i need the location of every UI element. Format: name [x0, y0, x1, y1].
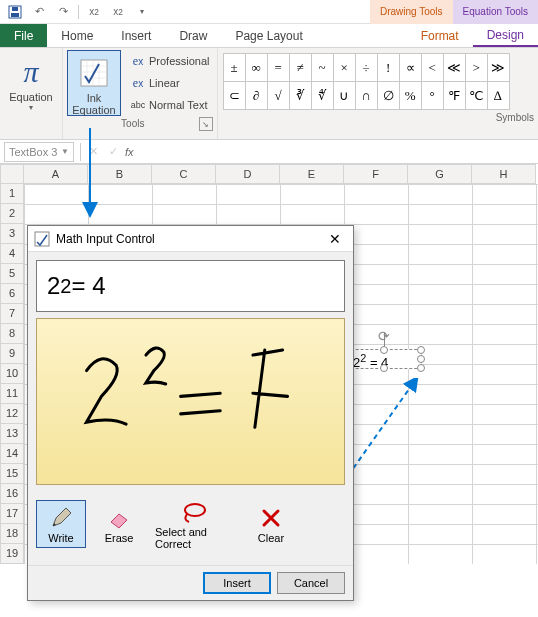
symbol-cell[interactable]: °	[421, 81, 444, 110]
symbol-cell[interactable]: ±	[223, 53, 246, 82]
tab-page-layout[interactable]: Page Layout	[221, 24, 316, 47]
symbol-cell[interactable]: ≪	[443, 53, 466, 82]
resize-handle[interactable]	[417, 364, 425, 372]
symbol-cell[interactable]: >	[465, 53, 488, 82]
svg-rect-2	[12, 7, 18, 11]
symbol-cell[interactable]: ≠	[289, 53, 312, 82]
symbol-cell[interactable]: <	[421, 53, 444, 82]
clear-label: Clear	[258, 532, 284, 544]
linear-button[interactable]: ex Linear	[127, 72, 213, 94]
symbol-cell[interactable]: ⊂	[223, 81, 246, 110]
row-header[interactable]: 14	[0, 444, 24, 464]
cancel-button[interactable]: Cancel	[277, 572, 345, 594]
row-header[interactable]: 13	[0, 424, 24, 444]
tab-format[interactable]: Format	[407, 24, 473, 47]
name-box-dropdown-icon[interactable]: ▼	[61, 147, 69, 156]
symbol-cell[interactable]: ℉	[443, 81, 466, 110]
write-tool[interactable]: Write	[36, 500, 86, 548]
symbol-cell[interactable]: ÷	[355, 53, 378, 82]
clear-tool[interactable]: Clear	[246, 501, 296, 547]
resize-handle[interactable]	[380, 364, 388, 372]
undo-icon[interactable]: ↶	[28, 2, 50, 22]
cancel-formula-icon[interactable]: ✕	[83, 142, 103, 162]
normal-text-button[interactable]: abc Normal Text	[127, 94, 213, 116]
erase-tool[interactable]: Erase	[94, 501, 144, 547]
symbol-cell[interactable]: ∝	[399, 53, 422, 82]
symbols-group-label: Symbols	[496, 110, 534, 126]
symbol-cell[interactable]: ∩	[355, 81, 378, 110]
row-header[interactable]: 5	[0, 264, 24, 284]
qat-dropdown-icon[interactable]: ▾	[131, 2, 153, 22]
column-header[interactable]: F	[344, 164, 408, 184]
row-header[interactable]: 15	[0, 464, 24, 484]
ink-canvas[interactable]	[36, 318, 345, 485]
superscript-icon[interactable]: x2	[107, 2, 129, 22]
equation-shape[interactable]: 22 = 4 ⟳	[346, 349, 422, 369]
dialog-titlebar[interactable]: Math Input Control ✕	[28, 226, 353, 252]
symbol-cell[interactable]: ~	[311, 53, 334, 82]
symbol-cell[interactable]: =	[267, 53, 290, 82]
save-icon[interactable]	[4, 2, 26, 22]
select-correct-tool[interactable]: Select and Correct	[152, 495, 238, 553]
row-header[interactable]: 3	[0, 224, 24, 244]
subscript-icon[interactable]: x2	[83, 2, 105, 22]
select-all-corner[interactable]	[0, 164, 24, 184]
tab-insert[interactable]: Insert	[107, 24, 165, 47]
row-header[interactable]: 1	[0, 184, 24, 204]
symbol-cell[interactable]: !	[377, 53, 400, 82]
symbol-cell[interactable]: ∞	[245, 53, 268, 82]
symbol-cell[interactable]: ∅	[377, 81, 400, 110]
ink-equation-button[interactable]: Ink Equation	[67, 50, 121, 116]
row-header[interactable]: 9	[0, 344, 24, 364]
row-header[interactable]: 16	[0, 484, 24, 504]
symbol-cell[interactable]: ≫	[487, 53, 510, 82]
resize-handle[interactable]	[417, 346, 425, 354]
column-header[interactable]: D	[216, 164, 280, 184]
resize-handle[interactable]	[380, 346, 388, 354]
tab-home[interactable]: Home	[47, 24, 107, 47]
symbol-cell[interactable]: ×	[333, 53, 356, 82]
tab-draw[interactable]: Draw	[165, 24, 221, 47]
drawing-tools-group: Drawing Tools	[370, 0, 453, 24]
row-header[interactable]: 7	[0, 304, 24, 324]
symbol-cell[interactable]: %	[399, 81, 422, 110]
resize-handle[interactable]	[417, 355, 425, 363]
symbol-cell[interactable]: ∪	[333, 81, 356, 110]
symbol-cell[interactable]: √	[267, 81, 290, 110]
symbol-cell[interactable]: ℃	[465, 81, 488, 110]
insert-button[interactable]: Insert	[203, 572, 271, 594]
tab-file[interactable]: File	[0, 24, 47, 47]
equation-button[interactable]: π Equation ▾	[4, 50, 58, 115]
row-header[interactable]: 11	[0, 384, 24, 404]
row-header[interactable]: 8	[0, 324, 24, 344]
row-header[interactable]: 17	[0, 504, 24, 524]
column-header[interactable]: E	[280, 164, 344, 184]
row-header[interactable]: 12	[0, 404, 24, 424]
write-label: Write	[48, 532, 73, 544]
formula-bar: TextBox 3 ▼ ✕ ✓ fx	[0, 140, 538, 164]
column-header[interactable]: A	[24, 164, 88, 184]
fx-icon[interactable]: fx	[125, 146, 134, 158]
row-header[interactable]: 10	[0, 364, 24, 384]
symbol-cell[interactable]: ∜	[311, 81, 334, 110]
symbol-cell[interactable]: ∛	[289, 81, 312, 110]
column-header[interactable]: H	[472, 164, 536, 184]
row-header[interactable]: 4	[0, 244, 24, 264]
enter-formula-icon[interactable]: ✓	[103, 142, 123, 162]
symbol-cell[interactable]: ∂	[245, 81, 268, 110]
professional-button[interactable]: ex Professional	[127, 50, 213, 72]
tools-dialog-launcher[interactable]: ↘	[199, 117, 213, 131]
row-header[interactable]: 19	[0, 544, 24, 564]
column-header[interactable]: B	[88, 164, 152, 184]
name-box[interactable]: TextBox 3 ▼	[4, 142, 74, 162]
symbol-cell[interactable]: ∆	[487, 81, 510, 110]
column-header[interactable]: C	[152, 164, 216, 184]
row-header[interactable]: 18	[0, 524, 24, 544]
group-equation: π Equation ▾	[0, 48, 63, 139]
row-header[interactable]: 6	[0, 284, 24, 304]
close-button[interactable]: ✕	[323, 229, 347, 249]
column-header[interactable]: G	[408, 164, 472, 184]
row-header[interactable]: 2	[0, 204, 24, 224]
redo-icon[interactable]: ↷	[52, 2, 74, 22]
tab-design[interactable]: Design	[473, 24, 538, 47]
